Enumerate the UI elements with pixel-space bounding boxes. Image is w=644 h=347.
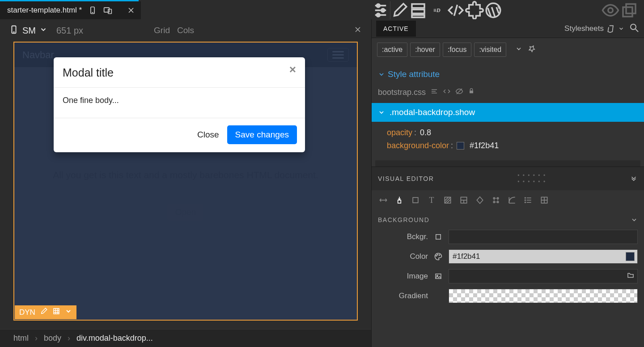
ve-curve-icon[interactable] xyxy=(506,194,518,206)
svg-point-29 xyxy=(631,24,636,30)
puzzle-icon[interactable] xyxy=(465,1,484,19)
collapse-icon[interactable] xyxy=(630,174,638,184)
folder-icon[interactable] xyxy=(627,271,635,282)
main-row: SM 651 px Grid Cols Navbar All you get i… xyxy=(0,19,644,347)
bg-gradient-label: Gradient xyxy=(378,291,428,300)
spacer-bar xyxy=(375,160,640,167)
svg-rect-19 xyxy=(626,4,636,13)
svg-rect-12 xyxy=(412,4,424,8)
code-small-icon[interactable] xyxy=(443,87,451,98)
pseudo-hover[interactable]: :hover xyxy=(410,43,440,57)
lock-icon[interactable] xyxy=(468,87,475,98)
wordpress-icon[interactable] xyxy=(484,1,503,19)
modal-close-button[interactable]: Close xyxy=(197,130,219,140)
bg-bckgr-input[interactable] xyxy=(449,230,638,244)
modal-save-button[interactable]: Save changes xyxy=(227,125,297,144)
color-swatch[interactable] xyxy=(457,142,464,150)
bg-color-label: Color xyxy=(378,252,428,261)
breakpoint-selector[interactable]: SM 651 px xyxy=(9,25,83,36)
search-icon[interactable] xyxy=(629,22,640,35)
menu-lines-icon[interactable] xyxy=(430,87,438,98)
svg-rect-67 xyxy=(436,274,441,279)
bg-color-swatch[interactable] xyxy=(626,252,635,261)
style-attribute-row[interactable]: Style attribute xyxy=(372,61,644,87)
svg-point-49 xyxy=(497,197,499,199)
modal-title: Modal title xyxy=(63,66,114,79)
ve-text-icon[interactable]: T xyxy=(425,194,438,206)
duplicate-panel-icon[interactable] xyxy=(620,1,639,19)
stylesheets-label: Stylesheets xyxy=(564,24,604,33)
pseudo-more-icon[interactable] xyxy=(515,45,522,54)
modal-footer: Close Save changes xyxy=(54,118,305,152)
file-tab[interactable]: starter-template.html * xyxy=(0,1,141,19)
bg-image-input[interactable] xyxy=(449,269,638,283)
ve-grid-icon[interactable] xyxy=(538,194,551,206)
grid-small-icon[interactable] xyxy=(52,307,60,317)
close-preview-icon[interactable] xyxy=(353,25,362,36)
chevron-down-small-icon[interactable] xyxy=(65,308,72,317)
close-tab-icon[interactable] xyxy=(126,5,136,16)
css-property-row[interactable]: background-color: #1f2b41 xyxy=(387,139,638,152)
crumb-sep: › xyxy=(35,334,38,343)
top-row: starter-template.html * ≡D xyxy=(0,1,644,19)
brush-small-icon[interactable] xyxy=(40,307,48,317)
bg-bckgr-row: Bckgr. xyxy=(378,230,638,244)
palette-icon[interactable] xyxy=(433,252,443,261)
eye-off-icon[interactable] xyxy=(455,87,463,98)
cols-toggle[interactable]: Cols xyxy=(177,26,194,35)
selection-tag[interactable]: DYN xyxy=(15,305,76,319)
svg-point-65 xyxy=(437,254,438,255)
ve-hatch-icon[interactable] xyxy=(441,194,454,206)
svg-rect-63 xyxy=(436,235,441,240)
pseudo-visited[interactable]: :visited xyxy=(474,43,506,57)
pseudo-active[interactable]: :active xyxy=(377,43,407,57)
device-preview-icon[interactable] xyxy=(87,5,98,16)
css-property-row[interactable]: opacity: 0.8 xyxy=(387,126,638,139)
visual-editor-label: VISUAL EDITOR xyxy=(378,175,434,182)
crumb-body[interactable]: body xyxy=(44,334,61,343)
devices-icon[interactable] xyxy=(102,5,113,16)
ve-list-icon[interactable] xyxy=(522,194,534,206)
bg-gradient-input[interactable] xyxy=(449,289,638,303)
visual-editor-toolbar: T xyxy=(372,190,644,210)
css-selector[interactable]: .modal-backdrop.show xyxy=(372,103,644,122)
svg-point-64 xyxy=(436,256,437,257)
css-source-row: bootstrap.css xyxy=(372,87,644,103)
settings-icon[interactable] xyxy=(371,1,390,19)
canvas[interactable]: Navbar All you get is this text and a mo… xyxy=(13,42,358,321)
breadcrumb: html › body › div.modal-backdrop... xyxy=(0,329,371,347)
svg-rect-37 xyxy=(398,200,401,203)
tab-active[interactable]: ACTIVE xyxy=(376,21,416,37)
modal-body: One fine body... xyxy=(54,88,305,118)
stylesheets-dropdown[interactable]: Stylesheets xyxy=(564,24,624,33)
threed-icon[interactable]: ≡D xyxy=(428,1,446,19)
image-icon[interactable] xyxy=(433,272,443,280)
background-header[interactable]: BACKGROUND xyxy=(378,216,638,223)
visual-editor-header[interactable]: VISUAL EDITOR • • • • • •• • • • • • xyxy=(372,167,644,190)
svg-point-59 xyxy=(525,202,526,203)
pseudo-focus[interactable]: :focus xyxy=(443,43,472,57)
ve-box-icon[interactable] xyxy=(409,194,422,206)
ve-spacing-icon[interactable] xyxy=(377,194,390,206)
bg-color-input[interactable]: #1f2b41 xyxy=(449,249,638,264)
ve-dimension-icon[interactable] xyxy=(393,194,406,206)
viewport-width: 651 px xyxy=(56,26,83,36)
crumb-element[interactable]: div.modal-backdrop... xyxy=(76,334,153,343)
crumb-html[interactable]: html xyxy=(13,334,29,343)
device-icon xyxy=(9,25,19,36)
eye-icon[interactable] xyxy=(601,1,620,19)
source-filename[interactable]: bootstrap.css xyxy=(378,88,426,97)
ve-layout-icon[interactable] xyxy=(458,194,470,206)
code-icon[interactable] xyxy=(446,1,465,19)
modal-close-x-icon[interactable]: × xyxy=(289,66,296,73)
dyn-label: DYN xyxy=(19,308,35,317)
layout-icon[interactable] xyxy=(409,1,428,19)
square-icon[interactable] xyxy=(433,233,443,241)
pin-icon[interactable] xyxy=(528,45,536,55)
ve-diamond-icon[interactable] xyxy=(474,194,486,206)
drag-handle-icon[interactable]: • • • • • •• • • • • • xyxy=(517,172,546,185)
brush-icon[interactable] xyxy=(390,1,409,19)
grid-toggle[interactable]: Grid xyxy=(154,26,170,35)
right-toolbar: ≡D xyxy=(371,1,644,19)
ve-transform-icon[interactable] xyxy=(490,194,502,206)
